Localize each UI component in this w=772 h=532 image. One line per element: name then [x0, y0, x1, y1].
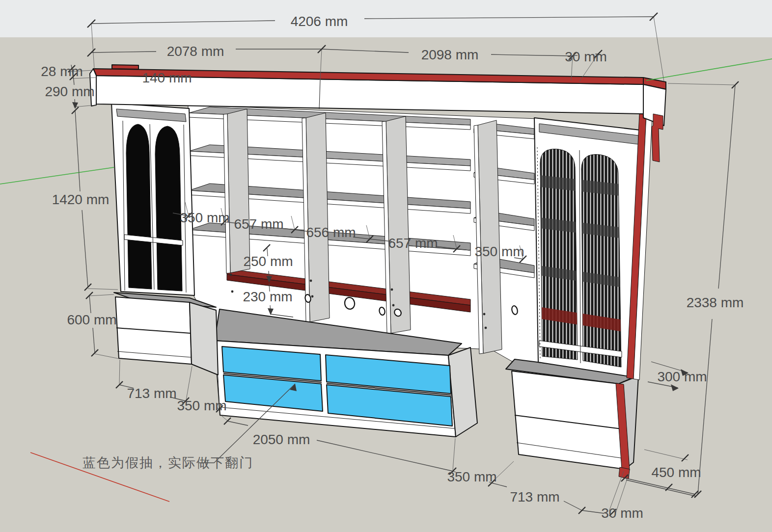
dim-base-height: 600 mm	[67, 312, 116, 327]
dim-upper-height: 1420 mm	[52, 192, 110, 207]
cornice-red-lip	[112, 65, 138, 69]
dim-crown-lip: 28 mm	[41, 64, 83, 79]
dim-gap-230: 230 mm	[243, 289, 292, 304]
annotation-note: 蓝色为假抽，实际做下翻门	[83, 455, 253, 470]
dim-base-left-depth: 350 mm	[177, 398, 226, 413]
dim-base-right-depth: 350 mm	[447, 469, 496, 484]
dim-span-left: 2078 mm	[167, 44, 224, 59]
cabinet-drawing-canvas: 4206 mm 2078 mm 2098 mm 30 mm 28 mm 140 …	[0, 0, 772, 532]
dim-base-right-width: 713 mm	[510, 489, 559, 505]
dim-offset-top-right: 30 mm	[565, 49, 607, 64]
left-glass-cabinet	[111, 103, 194, 295]
dim-center-width: 2050 mm	[253, 432, 310, 447]
dim-span-right: 2098 mm	[421, 47, 479, 62]
dim-bay-657-a: 657 mm	[234, 216, 283, 232]
dim-bay-350-left: 350 mm	[180, 210, 229, 225]
dim-crown-face: 140 mm	[142, 70, 192, 85]
dim-base-left-width: 713 mm	[127, 386, 176, 401]
divider-1	[223, 109, 250, 273]
divider-2	[302, 113, 330, 322]
dim-bay-350-right: 350 mm	[474, 244, 524, 259]
right-base-front	[512, 371, 625, 469]
dim-bay-657-b: 657 mm	[388, 236, 438, 251]
right-glass-cabinet	[534, 93, 653, 380]
dim-side-return-450: 450 mm	[651, 465, 701, 480]
dim-crown-height: 290 mm	[45, 84, 94, 99]
dim-total-height: 2338 mm	[687, 295, 744, 310]
dim-bay-656: 656 mm	[306, 225, 356, 240]
dim-side-return-300: 300 mm	[657, 369, 707, 384]
dim-gap-250: 250 mm	[243, 254, 293, 269]
divider-3	[382, 116, 411, 334]
dim-offset-bottom-right: 30 mm	[601, 505, 643, 521]
dim-total-width: 4206 mm	[291, 14, 348, 29]
sketchup-viewport: 4206 mm 2078 mm 2098 mm 30 mm 28 mm 140 …	[0, 0, 772, 532]
left-base-side	[190, 302, 218, 375]
